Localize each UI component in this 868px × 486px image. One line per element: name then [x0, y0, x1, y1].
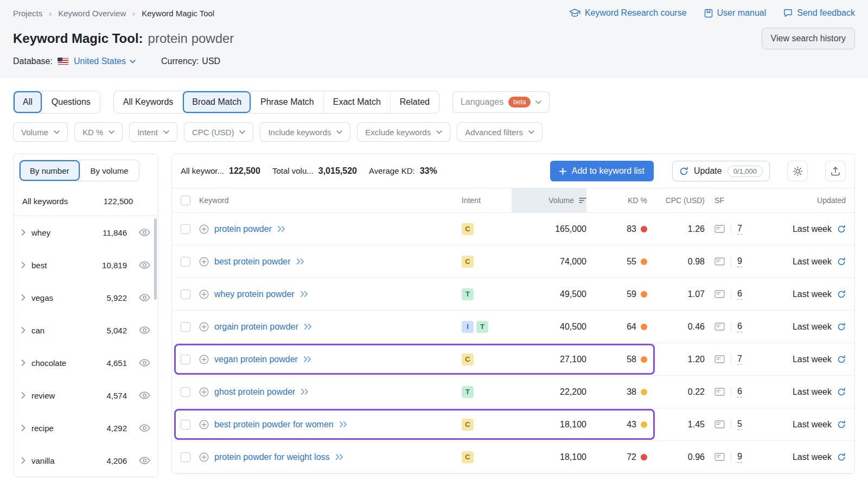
- sf-count[interactable]: 6: [737, 321, 742, 332]
- row-checkbox[interactable]: [181, 224, 190, 234]
- column-header-intent[interactable]: Intent: [462, 188, 512, 212]
- row-checkbox[interactable]: [181, 387, 190, 397]
- serp-features-icon[interactable]: [714, 420, 725, 428]
- column-header-sf[interactable]: SF: [705, 188, 761, 212]
- sidebar-group-row[interactable]: chocolate4,651: [14, 346, 158, 379]
- languages-dropdown[interactable]: Languages beta: [452, 91, 550, 113]
- filter-intent[interactable]: Intent: [129, 122, 177, 142]
- add-keyword-icon[interactable]: [199, 420, 209, 430]
- serp-features-icon[interactable]: [714, 323, 725, 331]
- sf-count[interactable]: 7: [737, 354, 742, 365]
- filter-advanced-filters[interactable]: Advanced filters: [457, 122, 542, 142]
- refresh-icon[interactable]: [837, 420, 846, 429]
- eye-icon[interactable]: [139, 359, 150, 367]
- table-row[interactable]: whey protein powderT49,500591.076Last we…: [172, 278, 854, 311]
- open-keyword-icon[interactable]: [335, 454, 344, 460]
- eye-icon[interactable]: [139, 424, 150, 432]
- keyword-link[interactable]: protein powder for weight loss: [214, 452, 330, 462]
- keyword-link[interactable]: ghost protein powder: [214, 387, 295, 397]
- add-keyword-icon[interactable]: [199, 257, 209, 267]
- filter-cpc-usd[interactable]: CPC (USD): [184, 122, 254, 142]
- refresh-icon[interactable]: [837, 290, 846, 299]
- eye-icon[interactable]: [139, 229, 150, 236]
- sidebar-tab-by-volume[interactable]: By volume: [80, 160, 139, 181]
- serp-features-icon[interactable]: [714, 290, 725, 298]
- add-keyword-icon[interactable]: [199, 387, 209, 397]
- sf-count[interactable]: 6: [737, 288, 742, 300]
- sidebar-group-row[interactable]: review4,574: [14, 379, 158, 412]
- open-keyword-icon[interactable]: [277, 226, 286, 232]
- tab-all[interactable]: All: [14, 91, 42, 113]
- sidebar-group-row[interactable]: vanilla4,206: [14, 444, 158, 477]
- breadcrumb-item-keyword-overview[interactable]: Keyword Overview: [58, 9, 126, 18]
- refresh-icon[interactable]: [837, 225, 846, 233]
- eye-icon[interactable]: [139, 261, 150, 269]
- eye-icon[interactable]: [139, 392, 150, 399]
- column-header-keyword[interactable]: Keyword: [199, 188, 462, 212]
- add-keyword-icon[interactable]: [199, 224, 209, 234]
- refresh-icon[interactable]: [837, 388, 846, 396]
- keyword-link[interactable]: whey protein powder: [214, 289, 295, 299]
- table-row[interactable]: best protein powder for womenC18,100431.…: [172, 408, 854, 441]
- tab-exact-match[interactable]: Exact Match: [323, 91, 390, 113]
- serp-features-icon[interactable]: [714, 453, 725, 461]
- open-keyword-icon[interactable]: [303, 356, 312, 362]
- eye-icon[interactable]: [139, 326, 150, 334]
- keyword-link[interactable]: orgain protein powder: [214, 322, 298, 332]
- serp-features-icon[interactable]: [714, 355, 725, 363]
- table-row[interactable]: protein powder for weight lossC18,100720…: [172, 441, 854, 474]
- refresh-icon[interactable]: [837, 257, 846, 266]
- refresh-icon[interactable]: [837, 355, 846, 364]
- export-button[interactable]: [825, 161, 846, 181]
- sf-count[interactable]: 7: [737, 223, 742, 235]
- add-keyword-icon[interactable]: [199, 452, 209, 462]
- settings-button[interactable]: [787, 161, 808, 181]
- filter-volume[interactable]: Volume: [13, 122, 68, 142]
- sidebar-group-row[interactable]: best10,819: [14, 249, 158, 281]
- row-checkbox[interactable]: [181, 452, 190, 462]
- row-checkbox[interactable]: [181, 355, 190, 364]
- keyword-link[interactable]: protein powder: [214, 224, 272, 234]
- row-checkbox[interactable]: [181, 322, 190, 332]
- table-row[interactable]: vegan protein powderC27,100581.207Last w…: [172, 343, 854, 376]
- filter-include-keywords[interactable]: Include keywords: [260, 122, 350, 142]
- filter-exclude-keywords[interactable]: Exclude keywords: [357, 122, 450, 142]
- user-manual-link[interactable]: User manual: [704, 8, 767, 18]
- table-row[interactable]: ghost protein powderT22,200380.226Last w…: [172, 376, 854, 408]
- sf-count[interactable]: 6: [737, 386, 742, 397]
- table-row[interactable]: orgain protein powderIT40,500640.466Last…: [172, 311, 854, 343]
- column-header-updated[interactable]: Updated: [761, 188, 854, 212]
- keyword-link[interactable]: best protein powder: [214, 257, 291, 267]
- sidebar-group-row[interactable]: can5,042: [14, 314, 158, 346]
- eye-icon[interactable]: [139, 294, 150, 301]
- column-header-volume[interactable]: Volume: [512, 188, 586, 212]
- row-checkbox[interactable]: [181, 289, 190, 299]
- open-keyword-icon[interactable]: [339, 421, 348, 427]
- breadcrumb-item-projects[interactable]: Projects: [13, 9, 42, 18]
- sf-count[interactable]: 9: [737, 451, 742, 463]
- refresh-icon[interactable]: [837, 323, 846, 331]
- tab-phrase-match[interactable]: Phrase Match: [251, 91, 323, 113]
- column-header-kd[interactable]: KD %: [586, 188, 647, 212]
- serp-features-icon[interactable]: [714, 225, 725, 233]
- keyword-research-course-link[interactable]: Keyword Research course: [569, 8, 687, 18]
- column-header-cpc[interactable]: CPC (USD): [647, 188, 705, 212]
- sidebar-tab-by-number[interactable]: By number: [20, 160, 80, 181]
- open-keyword-icon[interactable]: [304, 324, 312, 330]
- all-keywords-row[interactable]: All keywords 122,500: [14, 187, 158, 216]
- tab-all-keywords[interactable]: All Keywords: [114, 91, 182, 113]
- open-keyword-icon[interactable]: [296, 258, 305, 264]
- sf-count[interactable]: 5: [737, 419, 742, 430]
- refresh-icon[interactable]: [837, 453, 846, 462]
- add-keyword-icon[interactable]: [199, 289, 209, 299]
- tab-questions[interactable]: Questions: [42, 91, 100, 113]
- eye-icon[interactable]: [139, 457, 150, 464]
- add-keyword-icon[interactable]: [199, 322, 209, 332]
- sidebar-group-row[interactable]: vegas5,922: [14, 281, 158, 314]
- table-row[interactable]: best protein powderC74,000550.989Last we…: [172, 245, 854, 278]
- sidebar-scrollbar[interactable]: [154, 218, 157, 300]
- send-feedback-link[interactable]: Send feedback: [783, 8, 855, 18]
- tab-related[interactable]: Related: [390, 91, 439, 113]
- database-selector[interactable]: United States: [74, 56, 136, 66]
- sidebar-group-row[interactable]: whey11,846: [14, 216, 158, 249]
